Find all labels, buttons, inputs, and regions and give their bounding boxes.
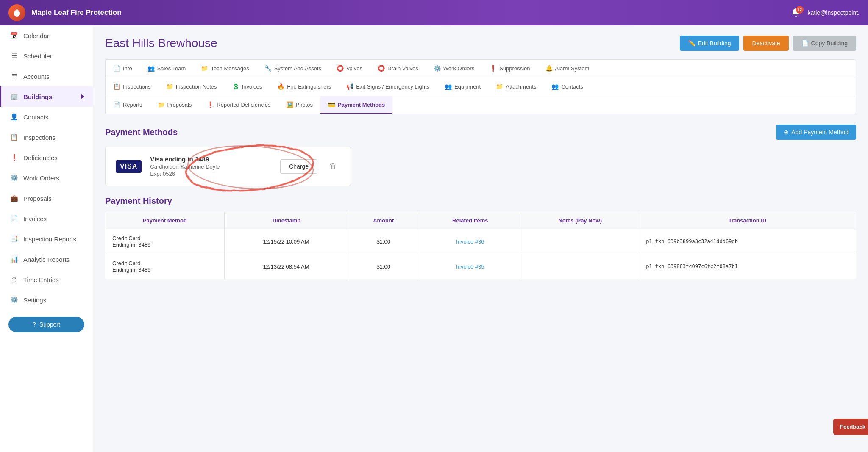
col-timestamp: Timestamp: [224, 212, 348, 229]
scheduler-icon: ☰: [10, 52, 18, 60]
sidebar: 📅 Calendar ☰ Scheduler ☰ Accounts 🏢 Buil…: [0, 25, 93, 452]
tabs-row-1: 📄Info 👥Sales Team 📁Tech Messages 🔧System…: [106, 60, 856, 78]
valves-tab-icon: ⭕: [337, 65, 344, 72]
invoices-tab-icon: 💲: [232, 83, 239, 90]
page-title-row: East Hills Brewhouse ✏️ Edit Building De…: [105, 36, 856, 51]
sidebar-item-work-orders[interactable]: ⚙️ Work Orders: [0, 168, 93, 188]
tab-inspections[interactable]: 📋Inspections: [106, 78, 159, 96]
col-related-items: Related Items: [419, 212, 521, 229]
sidebar-item-settings[interactable]: ⚙️ Settings: [0, 290, 93, 310]
col-transaction-id: Transaction ID: [639, 212, 856, 229]
tab-attachments[interactable]: 📁Attachments: [488, 78, 544, 96]
deficiencies-icon: ❗: [10, 153, 18, 162]
table-row: Credit CardEnding in: 348912/13/22 08:54…: [106, 254, 856, 279]
tab-tech-messages[interactable]: 📁Tech Messages: [193, 60, 256, 78]
sidebar-item-contacts[interactable]: 👤 Contacts: [0, 107, 93, 127]
tab-fire-extinguishers[interactable]: 🔥Fire Extinguishers: [270, 78, 339, 96]
transaction-id-cell: p1_txn_639b3899a3c32a41ddd69db: [639, 229, 856, 254]
sidebar-item-time-entries[interactable]: ⏱ Time Entries: [0, 269, 93, 290]
sidebar-item-deficiencies[interactable]: ❗ Deficiencies: [0, 147, 93, 168]
suppression-tab-icon: ❗: [490, 65, 497, 72]
support-icon: ?: [33, 321, 36, 328]
tab-suppression[interactable]: ❗Suppression: [482, 60, 537, 78]
related-items-cell[interactable]: Invoice #36: [419, 229, 521, 254]
system-assets-tab-icon: 🔧: [264, 65, 272, 72]
tab-equipment[interactable]: 👥Equipment: [437, 78, 488, 96]
deactivate-button[interactable]: Deactivate: [743, 36, 788, 51]
feedback-button[interactable]: Feedback: [833, 419, 868, 435]
tab-inspection-notes[interactable]: 📁Inspection Notes: [159, 78, 225, 96]
tab-info[interactable]: 📄Info: [106, 60, 140, 78]
amount-cell: $1.00: [348, 229, 419, 254]
sidebar-item-inspection-reports[interactable]: 📑 Inspection Reports: [0, 229, 93, 249]
tab-payment-methods[interactable]: 💳Payment Methods: [320, 96, 392, 114]
notifications-button[interactable]: 12: [791, 8, 801, 18]
sidebar-item-accounts[interactable]: ☰ Accounts: [0, 66, 93, 86]
payment-method-cell: Credit CardEnding in: 3489: [106, 229, 225, 254]
invoices-icon: 📄: [10, 214, 18, 223]
trash-icon: 🗑: [329, 162, 337, 170]
history-table-body: Credit CardEnding in: 348912/15/22 10:09…: [106, 229, 856, 279]
payment-card: VISA Visa ending in 3489 Cardholder: Kat…: [105, 147, 351, 186]
header-right: 12 katie@inspectpoint.: [791, 8, 860, 18]
tabs-row-2: 📋Inspections 📁Inspection Notes 💲Invoices…: [106, 78, 856, 96]
sidebar-item-scheduler[interactable]: ☰ Scheduler: [0, 46, 93, 66]
notes-cell: [521, 229, 639, 254]
tab-reported-deficiencies[interactable]: ❗Reported Deficiencies: [199, 96, 278, 114]
notification-badge: 12: [796, 6, 804, 14]
payment-history-section: Payment History Payment Method Timestamp…: [105, 196, 856, 279]
alarm-tab-icon: 🔔: [545, 65, 553, 72]
buildings-icon: 🏢: [10, 92, 18, 101]
sales-team-tab-icon: 👥: [147, 65, 155, 72]
tab-contacts[interactable]: 👥Contacts: [544, 78, 590, 96]
tab-photos[interactable]: 🖼️Photos: [278, 96, 320, 114]
reported-def-tab-icon: ❗: [207, 101, 214, 108]
sidebar-item-analytic-reports[interactable]: 📊 Analytic Reports: [0, 249, 93, 269]
main-content: East Hills Brewhouse ✏️ Edit Building De…: [93, 25, 868, 452]
payment-history-title: Payment History: [105, 196, 856, 206]
related-items-cell[interactable]: Invoice #35: [419, 254, 521, 279]
app-name: Maple Leaf Fire Protection: [31, 8, 791, 17]
sidebar-item-calendar[interactable]: 📅 Calendar: [0, 25, 93, 46]
tab-exit-signs[interactable]: 📢Exit Signs / Emergency Lights: [339, 78, 437, 96]
time-entries-icon: ⏱: [10, 275, 18, 284]
sidebar-item-buildings[interactable]: 🏢 Buildings: [0, 86, 93, 107]
table-row: Credit CardEnding in: 348912/15/22 10:09…: [106, 229, 856, 254]
reports-tab-icon: 📄: [113, 101, 120, 108]
attachments-tab-icon: 📁: [496, 83, 503, 90]
accounts-icon: ☰: [10, 72, 18, 80]
card-cardholder: Cardholder: Katherine Doyle: [150, 164, 272, 170]
tab-drain-valves[interactable]: ⭕Drain Valves: [370, 60, 426, 78]
tab-invoices[interactable]: 💲Invoices: [225, 78, 270, 96]
delete-card-button[interactable]: 🗑: [326, 160, 340, 172]
copy-building-button[interactable]: 📄 Copy Building: [793, 36, 856, 51]
equipment-tab-icon: 👥: [445, 83, 452, 90]
active-arrow: [81, 94, 84, 99]
page-title: East Hills Brewhouse: [105, 36, 217, 50]
notes-cell: [521, 254, 639, 279]
sidebar-item-inspections[interactable]: 📋 Inspections: [0, 127, 93, 147]
tab-alarm-system[interactable]: 🔔Alarm System: [538, 60, 597, 78]
amount-cell: $1.00: [348, 254, 419, 279]
tab-reports[interactable]: 📄Reports: [106, 96, 150, 114]
transaction-id-cell: p1_txn_639883fc097c6fc2f08a7b1: [639, 254, 856, 279]
tab-system-and-assets[interactable]: 🔧System And Assets: [257, 60, 329, 78]
copy-icon: 📄: [801, 40, 809, 47]
analytic-reports-icon: 📊: [10, 255, 18, 263]
add-payment-method-button[interactable]: ⊕ Add Payment Method: [776, 125, 856, 140]
charge-button[interactable]: Charge: [280, 159, 317, 174]
tab-sales-team[interactable]: 👥Sales Team: [140, 60, 194, 78]
card-info: Visa ending in 3489 Cardholder: Katherin…: [150, 155, 272, 177]
tab-work-orders[interactable]: ⚙️Work Orders: [426, 60, 482, 78]
edit-building-button[interactable]: ✏️ Edit Building: [680, 36, 740, 51]
title-actions: ✏️ Edit Building Deactivate 📄 Copy Build…: [680, 36, 856, 51]
payment-history-table: Payment Method Timestamp Amount Related …: [105, 212, 856, 279]
col-amount: Amount: [348, 212, 419, 229]
tab-proposals[interactable]: 📁Proposals: [150, 96, 200, 114]
sidebar-item-proposals[interactable]: 💼 Proposals: [0, 188, 93, 208]
tab-valves[interactable]: ⭕Valves: [329, 60, 370, 78]
sidebar-item-invoices[interactable]: 📄 Invoices: [0, 208, 93, 229]
support-button[interactable]: ? Support: [8, 317, 84, 332]
inspection-reports-icon: 📑: [10, 235, 18, 243]
calendar-icon: 📅: [10, 31, 18, 40]
